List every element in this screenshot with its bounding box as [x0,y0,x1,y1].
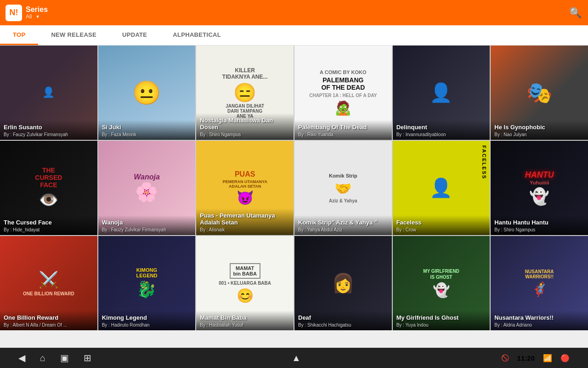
manga-author: By : Albert N Alfa / Dream Of ... [4,322,94,328]
list-item[interactable]: KILLERTIDAKNYA ANE... 😑 JANGAN DILIHATDA… [196,46,294,140]
series-sub: All ▾ [26,13,48,20]
dropdown-arrow-icon[interactable]: ▾ [36,13,39,20]
manga-title: Hantu Hantu Hantu [494,219,584,226]
list-item[interactable]: 👩 Deaf By : Shikacchi Hachigatsu [294,236,392,330]
manga-title: Si Juki [102,124,192,131]
manga-author: By : Fauzy Zulvikar Firmansyah [4,132,94,137]
manga-author: By : Shiro Ngampus [200,132,290,137]
tab-top[interactable]: TOP [0,25,38,45]
search-button[interactable]: 🔍 [569,7,582,19]
manga-title: Puas - Pemeran Utamanya Adalah Setan [200,212,290,226]
wifi-icon: 📶 [543,354,552,362]
clock-display: 11:20 [517,354,535,362]
list-item[interactable]: MAMATbin BABA 001 • KELUARGA BABA 😊 Mama… [196,236,294,330]
manga-title: Faceless [396,219,486,226]
manga-author: By : Riko Yuanda [298,132,388,137]
list-item[interactable]: 👤 Erlin Susanto By : Fauzy Zulvikar Firm… [0,46,97,140]
manga-title: He Is Gynophobic [494,124,584,131]
recents-button[interactable]: ▣ [60,352,69,363]
app-header: N! Series All ▾ 🔍 [0,0,588,25]
list-item[interactable]: NUSANTARAWARRIORS!! 🦸 Nusantara Warriors… [491,236,588,330]
status-area: 🚫 11:20 📶 🔴 [501,354,570,362]
list-item[interactable]: 👤 Delinquent By : Irvannuradityabloon [393,46,490,140]
list-item[interactable]: ⚔️ ONE BILLION REWARD One Billion Reward… [0,236,97,330]
manga-title: Deaf [298,314,388,322]
manga-grid: 👤 Erlin Susanto By : Fauzy Zulvikar Firm… [0,46,588,348]
series-info: Series All ▾ [26,6,48,20]
app-logo: N! [6,5,22,21]
manga-title: Wanoja [102,219,192,226]
scroll-up-button[interactable]: ▲ [292,353,301,363]
list-item[interactable]: MY GIRLFRIENDIS GHOST 👻 My Girlfriend Is… [393,236,490,330]
manga-title: One Billion Reward [4,314,94,322]
tab-new-release[interactable]: NEW RELEASE [38,25,109,45]
list-item[interactable]: A COMIC BY KOKO PALEMBANGOF THE DEAD CHA… [294,46,392,140]
manga-title: Kimong Legend [102,314,192,322]
manga-author: By : Fauzy Zulvikar Firmansyah [102,227,192,232]
manga-author: By : Hasbiallah Yusuf [200,322,290,328]
manga-author: By : Yahya Abdul Aziz [298,227,388,232]
manga-author: By : Yuya Indou [396,322,486,328]
menu-button[interactable]: ⊞ [84,352,91,363]
manga-title: Nostalgia Mahasiswa Dan Dosen [200,117,290,131]
series-title: Series [26,6,48,14]
manga-author: By : Alisnaik [200,227,290,232]
manga-author: By : Hadiruto Romdhan [102,322,192,328]
manga-title: Erlin Susanto [4,124,94,131]
manga-title: Palembang Of The Dead [298,124,388,131]
back-button[interactable]: ◀ [18,352,25,363]
tab-bar: TOP NEW RELEASE UPDATE ALPHABETICAL [0,25,588,46]
list-item[interactable]: PUAS PEMERAN UTAMANYAADALAH SETAN 😈 Puas… [196,141,294,235]
manga-author: By : Aldria Adriano [494,322,584,328]
manga-author: By : Faza Meonk [102,132,192,137]
manga-author: By : Hide_hidayat [4,227,94,232]
grid-inner: 👤 Erlin Susanto By : Fauzy Zulvikar Firm… [0,46,588,330]
tab-alphabetical[interactable]: ALPHABETICAL [160,25,234,45]
battery-icon: 🔴 [560,354,570,362]
manga-author: By : Irvannuradityabloon [396,132,486,137]
logo-area: N! Series All ▾ [6,5,48,21]
list-item[interactable]: Wanoja 🌸 Wanoja By : Fauzy Zulvikar Firm… [98,141,196,235]
home-button[interactable]: ⌂ [40,353,45,363]
tab-update[interactable]: UPDATE [109,25,160,45]
manga-author: By : Nao Julyan [494,132,584,137]
manga-title: Mamat Bin Baba [200,314,290,322]
list-item[interactable]: 👤 FACELESS Faceless By : Crow [393,141,490,235]
manga-title: My Girlfriend Is Ghost [396,314,486,322]
manga-title: The Cursed Face [4,219,94,226]
manga-author: By : Shiro Ngampus [494,227,584,232]
manga-author: By : Shikacchi Hachigatsu [298,322,388,328]
list-item[interactable]: HANTU Yuhuiiiii 👻 Hantu Hantu Hantu By :… [491,141,588,235]
no-sim-icon: 🚫 [501,354,509,362]
manga-title: Komik Strip" Aziz & Yahya " [298,219,388,226]
list-item[interactable]: KIMONGLEGEND 🐉 Kimong Legend By : Hadiru… [98,236,196,330]
bottom-nav-bar: ◀ ⌂ ▣ ⊞ ▲ 🚫 11:20 📶 🔴 [0,348,588,368]
manga-author: By : Crow [396,227,486,232]
manga-title: Nusantara Warriors!! [494,314,584,322]
list-item[interactable]: THECURSEDFACE 👁️ The Cursed Face By : Hi… [0,141,97,235]
list-item[interactable]: 😐 Si Juki By : Faza Meonk [98,46,196,140]
list-item[interactable]: 🎭 He Is Gynophobic By : Nao Julyan [491,46,588,140]
list-item[interactable]: Komik Strip 🤝 Aziz & Yahya Komik Strip" … [294,141,392,235]
manga-title: Delinquent [396,124,486,131]
